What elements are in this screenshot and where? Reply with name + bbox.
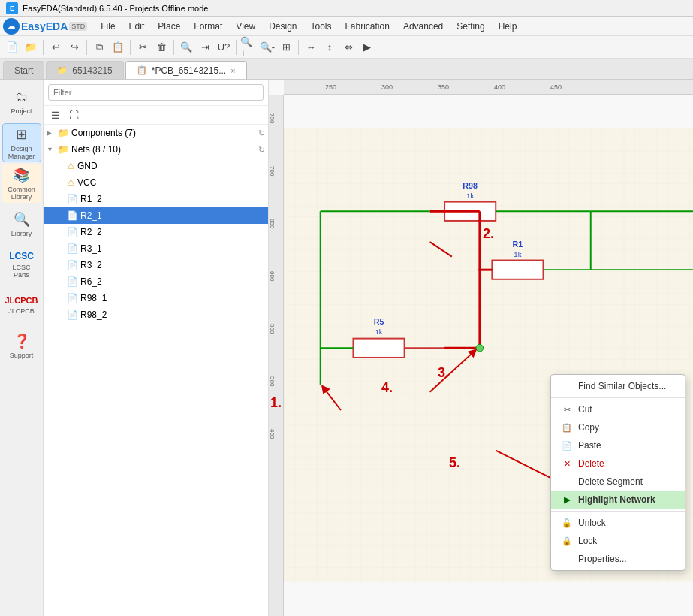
ruler-mark-550: 550 xyxy=(269,324,276,334)
sidebar-item-library[interactable]: 🔍 Library xyxy=(2,204,41,243)
r32-expander xyxy=(56,261,65,269)
highlight-network-icon: ▶ xyxy=(562,494,572,505)
ruler-mark-700: 700 xyxy=(269,166,276,176)
panel-tool-1[interactable]: ☰ xyxy=(48,107,63,122)
ctx-highlight-network-label: Highlight Network xyxy=(578,494,655,505)
ctx-highlight-network[interactable]: ▶ Highlight Network xyxy=(551,491,685,509)
cut-btn[interactable]: ✂ xyxy=(134,38,152,56)
ctx-lock-label: Lock xyxy=(578,536,597,546)
ctx-find-similar[interactable]: Find Similar Objects... xyxy=(551,377,685,395)
logo-text: EasyEDA xyxy=(21,20,68,32)
zoom-in-btn[interactable]: 🔍+ xyxy=(240,38,258,56)
menu-file[interactable]: File xyxy=(95,20,121,33)
delete-segment-icon xyxy=(562,476,572,487)
menu-format[interactable]: Format xyxy=(188,20,228,33)
tree-components-group[interactable]: ▶ 📁 Components (7) ↻ xyxy=(44,125,268,141)
menu-help[interactable]: Help xyxy=(493,20,523,33)
svg-text:1k: 1k xyxy=(514,250,521,258)
svg-text:R1: R1 xyxy=(513,240,523,249)
components-expander[interactable]: ▶ xyxy=(47,129,56,137)
components-folder-icon: 📁 xyxy=(58,128,69,138)
zoom-out-btn[interactable]: 🔍- xyxy=(258,38,276,56)
sidebar-item-common-library[interactable]: 📚 Common Library xyxy=(2,164,41,203)
titlebar: E EasyEDA(Standard) 6.5.40 - Projects Of… xyxy=(0,0,693,17)
toolbar: 📄 📁 ↩ ↪ ⧉ 📋 ✂ 🗑 🔍 ⇥ U? 🔍+ 🔍- ⊞ ↔ ↕ ⇔ ▶ xyxy=(0,36,693,59)
tab-65143215-label: 65143215 xyxy=(72,65,112,76)
panel-tool-2[interactable]: ⛶ xyxy=(66,107,81,122)
delete-btn[interactable]: 🗑 xyxy=(152,38,170,56)
sidebar-item-support[interactable]: ❓ Support xyxy=(2,326,41,365)
tree-net-r2-1[interactable]: 📄 R2_1 xyxy=(44,207,268,224)
ruler-horizontal: 250 300 350 400 450 xyxy=(284,80,693,95)
mirror-btn[interactable]: ⇔ xyxy=(339,38,357,56)
search2-btn[interactable]: ⇥ xyxy=(196,38,214,56)
menu-edit[interactable]: Edit xyxy=(123,20,151,33)
flip-h-btn[interactable]: ↔ xyxy=(302,38,320,56)
tree-net-gnd[interactable]: ⚠ GND xyxy=(44,158,268,174)
tab-start[interactable]: Start xyxy=(3,61,44,79)
search-btn[interactable]: 🔍 xyxy=(177,38,195,56)
tree-net-r1-2[interactable]: 📄 R1_2 xyxy=(44,191,268,207)
flip-v-btn[interactable]: ↕ xyxy=(321,38,339,56)
canvas-area[interactable]: 250 300 350 400 450 750 700 650 600 550 … xyxy=(269,80,693,616)
menu-fabrication[interactable]: Fabrication xyxy=(339,20,396,33)
tree-net-r98-1[interactable]: 📄 R98_1 xyxy=(44,290,268,306)
components-refresh-icon[interactable]: ↻ xyxy=(258,128,265,138)
paste-btn[interactable]: 📋 xyxy=(109,38,127,56)
ctx-cut[interactable]: ✂ Cut xyxy=(551,400,685,418)
properties-icon xyxy=(562,554,572,564)
zoom-fit-btn[interactable]: ⊞ xyxy=(277,38,295,56)
undo-btn[interactable]: ↩ xyxy=(47,38,65,56)
r982-expander xyxy=(56,311,65,319)
ctx-paste[interactable]: 📄 Paste xyxy=(551,436,685,454)
ctx-delete[interactable]: ✕ Delete xyxy=(551,454,685,473)
tree-net-r98-2[interactable]: 📄 R98_2 xyxy=(44,306,268,323)
sep3 xyxy=(130,40,131,55)
ruler-mark-300: 300 xyxy=(381,83,393,91)
sidebar-item-common-library-label: Common Library xyxy=(6,186,38,201)
sidebar-item-project[interactable]: 🗂 Project xyxy=(2,83,41,122)
tree-net-r2-2[interactable]: 📄 R2_2 xyxy=(44,224,268,240)
open-btn[interactable]: 📁 xyxy=(22,38,40,56)
tree-net-r3-1[interactable]: 📄 R3_1 xyxy=(44,240,268,257)
tab-65143215[interactable]: 📁 65143215 xyxy=(46,61,123,79)
r21-doc-icon: 📄 xyxy=(67,210,78,221)
nets-label: Nets (8 / 10) xyxy=(71,144,256,155)
question-btn[interactable]: U? xyxy=(215,38,233,56)
logo-icon: ☁ xyxy=(3,18,20,35)
menu-design[interactable]: Design xyxy=(263,20,303,33)
menu-place[interactable]: Place xyxy=(152,20,186,33)
ctx-unlock-label: Unlock xyxy=(578,518,606,528)
copy-btn[interactable]: ⧉ xyxy=(90,38,108,56)
ctx-delete-segment[interactable]: Delete Segment xyxy=(551,473,685,491)
menu-tools[interactable]: Tools xyxy=(305,20,338,33)
tab-pcb-close[interactable]: × xyxy=(230,66,235,75)
sidebar-item-design-manager[interactable]: ⊞ Design Manager xyxy=(2,123,41,162)
tree-net-r6-2[interactable]: 📄 R6_2 xyxy=(44,273,268,290)
support-icon: ❓ xyxy=(14,333,30,349)
ctx-unlock[interactable]: 🔓 Unlock xyxy=(551,514,685,532)
sidebar-item-lcsc[interactable]: LCSC LCSC Parts xyxy=(2,245,41,284)
new-btn[interactable]: 📄 xyxy=(3,38,21,56)
run-btn[interactable]: ▶ xyxy=(358,38,376,56)
ctx-properties[interactable]: Properties... xyxy=(551,550,685,568)
menu-setting[interactable]: Setting xyxy=(450,20,490,33)
app-title: EasyEDA(Standard) 6.5.40 - Projects Offl… xyxy=(23,4,208,13)
ctx-lock[interactable]: 🔒 Lock xyxy=(551,532,685,550)
tab-pcb[interactable]: 📋 *PCB_65143215... × xyxy=(125,61,247,79)
sidebar-item-jlcpcb[interactable]: JLCPCB JLCPCB xyxy=(2,285,41,325)
filter-input[interactable] xyxy=(48,84,264,101)
ctx-copy[interactable]: 📋 Copy xyxy=(551,418,685,436)
r981-expander xyxy=(56,294,65,302)
tree-net-vcc[interactable]: ⚠ VCC xyxy=(44,174,268,191)
nets-expander[interactable]: ▼ xyxy=(47,146,56,153)
tree-nets-group[interactable]: ▼ 📁 Nets (8 / 10) ↻ xyxy=(44,141,268,158)
nets-refresh-icon[interactable]: ↻ xyxy=(258,145,265,155)
menu-view[interactable]: View xyxy=(230,20,261,33)
redo-btn[interactable]: ↪ xyxy=(65,38,83,56)
gnd-label: GND xyxy=(77,161,265,171)
menu-advanced[interactable]: Advanced xyxy=(397,20,449,33)
tree-net-r3-2[interactable]: 📄 R3_2 xyxy=(44,257,268,273)
sep4 xyxy=(173,40,174,55)
r22-expander xyxy=(56,228,65,236)
